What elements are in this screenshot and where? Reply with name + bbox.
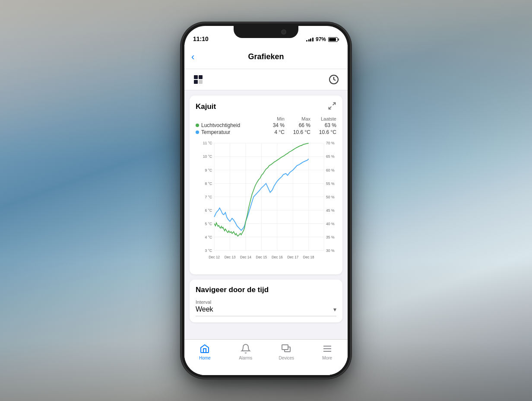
tab-devices[interactable]: Devices: [266, 343, 307, 360]
grid-icon: [193, 74, 203, 85]
svg-text:Dec 12: Dec 12: [209, 255, 220, 259]
legend-humidity-label: Luchtvochtigheid: [196, 122, 259, 128]
phone-screen: 11:10 97% ‹: [184, 26, 348, 375]
status-time: 11:10: [193, 35, 209, 42]
legend-temp-label: Temperatuur: [196, 129, 259, 135]
svg-text:6 °C: 6 °C: [205, 208, 212, 212]
grid-button[interactable]: [191, 73, 205, 86]
clock-button[interactable]: [327, 73, 341, 86]
tab-alarms-label: Alarms: [239, 356, 252, 360]
app-screen: ‹ Grafieken: [184, 45, 348, 375]
legend-humidity-latest: 63 %: [310, 122, 336, 128]
tab-home[interactable]: Home: [184, 343, 225, 360]
svg-rect-3: [199, 80, 203, 84]
toolbar: [184, 69, 348, 90]
chart-title: Kajuit: [196, 102, 216, 111]
svg-text:Dec 14: Dec 14: [240, 255, 251, 259]
content-area[interactable]: Kajuit Min: [184, 90, 348, 354]
legend-humidity-max: 66 %: [285, 122, 310, 128]
svg-text:50 %: 50 %: [326, 194, 335, 199]
svg-text:Dec 18: Dec 18: [303, 255, 314, 259]
svg-text:Dec 16: Dec 16: [272, 255, 283, 259]
chart-header: Kajuit: [196, 102, 336, 112]
chart-card: Kajuit Min: [190, 95, 342, 274]
interval-label: Interval: [196, 299, 336, 305]
phone-shell: 11:10 97% ‹: [182, 23, 350, 378]
legend-temp-min: 4 °C: [259, 129, 285, 135]
svg-text:Dec 13: Dec 13: [225, 255, 236, 259]
page-title: Grafieken: [248, 52, 284, 61]
svg-text:40 %: 40 %: [326, 221, 335, 226]
chevron-down-icon: ▾: [333, 306, 336, 313]
home-icon: [199, 343, 210, 354]
svg-text:10 °C: 10 °C: [203, 154, 212, 159]
temp-dot: [196, 130, 199, 134]
humidity-dot: [196, 124, 199, 127]
svg-rect-2: [194, 80, 198, 84]
svg-text:55 %: 55 %: [326, 181, 335, 185]
nav-header: ‹ Grafieken: [184, 45, 348, 69]
status-right: 97%: [306, 36, 339, 42]
svg-text:60 %: 60 %: [326, 168, 335, 172]
notch: [234, 26, 298, 38]
signal-icon: [306, 38, 314, 41]
legend-max-header: Max: [285, 116, 310, 121]
svg-text:4 °C: 4 °C: [205, 235, 212, 239]
svg-text:3 °C: 3 °C: [205, 248, 212, 252]
interval-selector[interactable]: Interval Week ▾: [196, 299, 336, 316]
svg-text:8 °C: 8 °C: [205, 181, 212, 185]
legend-temp-latest: 10.6 °C: [310, 129, 336, 135]
tab-bar: Home Alarms: [184, 339, 348, 375]
navigate-title: Navigeer door de tijd: [196, 286, 336, 294]
svg-text:11 °C: 11 °C: [203, 141, 212, 145]
svg-text:7 °C: 7 °C: [205, 194, 212, 199]
svg-text:5 °C: 5 °C: [205, 221, 212, 226]
tab-more[interactable]: More: [307, 343, 348, 360]
navigate-section: Navigeer door de tijd Interval Week ▾: [190, 280, 342, 322]
tab-devices-label: Devices: [279, 356, 294, 360]
alarm-icon: [240, 343, 251, 354]
svg-text:Dec 15: Dec 15: [256, 255, 267, 259]
svg-rect-1: [199, 75, 203, 79]
svg-text:65 %: 65 %: [326, 154, 335, 159]
expand-button[interactable]: [328, 102, 336, 112]
devices-icon: [281, 343, 292, 354]
back-button[interactable]: ‹: [191, 51, 194, 63]
svg-text:70 %: 70 %: [326, 141, 335, 145]
tab-alarms[interactable]: Alarms: [225, 343, 266, 360]
svg-line-6: [329, 107, 332, 109]
front-camera: [281, 29, 286, 35]
svg-text:9 °C: 9 °C: [205, 168, 212, 172]
chart-area: 11 °C 10 °C 9 °C 8 °C 7 °C 6 °C 5 °C 4 °…: [196, 139, 336, 268]
svg-text:45 %: 45 %: [326, 208, 335, 212]
svg-rect-0: [194, 75, 198, 79]
svg-text:30 %: 30 %: [326, 248, 335, 252]
interval-value: Week ▾: [196, 306, 336, 313]
legend-empty: [196, 116, 259, 121]
svg-text:35 %: 35 %: [326, 235, 335, 239]
more-icon: [322, 343, 333, 354]
legend-humidity-min: 34 %: [259, 122, 285, 128]
battery-icon: [328, 37, 339, 42]
svg-line-5: [333, 103, 336, 105]
battery-percent: 97%: [316, 36, 326, 42]
legend-latest-header: Laatste: [310, 116, 336, 121]
svg-text:Dec 17: Dec 17: [287, 255, 298, 259]
tab-home-label: Home: [199, 356, 211, 360]
tab-more-label: More: [322, 356, 332, 360]
svg-rect-49: [282, 345, 288, 350]
legend-temp-max: 10.6 °C: [285, 129, 310, 135]
legend-min-header: Min: [259, 116, 285, 121]
clock-icon: [329, 74, 339, 85]
legend: Min Max Laatste Luchtvochtigheid 34 % 66…: [196, 116, 336, 135]
chart-svg: 11 °C 10 °C 9 °C 8 °C 7 °C 6 °C 5 °C 4 °…: [196, 139, 336, 268]
